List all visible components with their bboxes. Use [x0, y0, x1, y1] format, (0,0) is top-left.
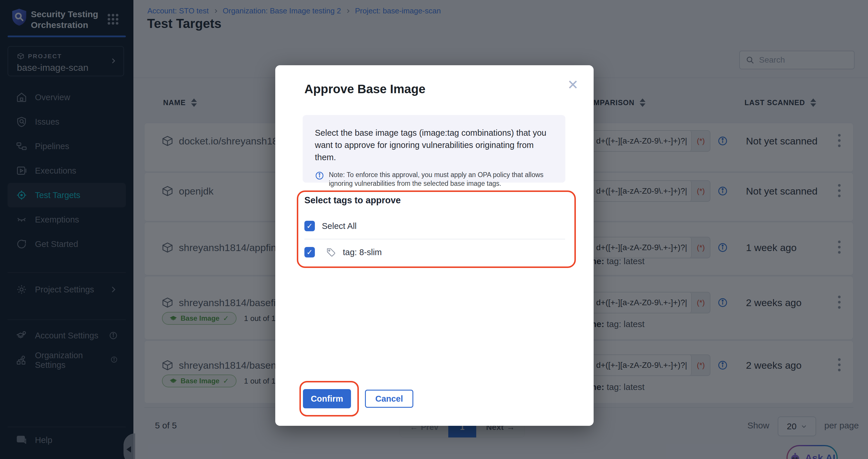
- modal-note: Note: To enforce this approval, you must…: [329, 171, 553, 188]
- check-icon: ✓: [306, 248, 313, 257]
- modal-title: Approve Base Image: [304, 82, 426, 96]
- info-icon: [315, 171, 324, 180]
- confirm-button[interactable]: Confirm: [303, 389, 351, 408]
- select-all-label: Select All: [322, 221, 356, 231]
- tag-icon: [326, 247, 336, 257]
- select-all-row: ✓ Select All: [304, 220, 356, 233]
- close-icon[interactable]: ✕: [567, 78, 579, 91]
- modal-info-panel: Select the base image tags (image:tag co…: [303, 115, 565, 183]
- select-tags-section-title: Select tags to approve: [304, 195, 401, 206]
- tag-checkbox[interactable]: ✓: [304, 247, 315, 257]
- app-root: Security Testing Orchestration PROJECT b…: [0, 0, 868, 459]
- tag-row: ✓ tag: 8-slim: [304, 246, 382, 258]
- select-all-checkbox[interactable]: ✓: [304, 221, 315, 231]
- check-icon: ✓: [306, 222, 313, 231]
- cancel-button[interactable]: Cancel: [365, 390, 413, 408]
- tag-label: tag: 8-slim: [343, 248, 382, 257]
- approve-base-image-modal: ✕ Approve Base Image Select the base ima…: [275, 65, 594, 426]
- modal-description: Select the base image tags (image:tag co…: [315, 127, 553, 163]
- section-divider: [304, 239, 565, 239]
